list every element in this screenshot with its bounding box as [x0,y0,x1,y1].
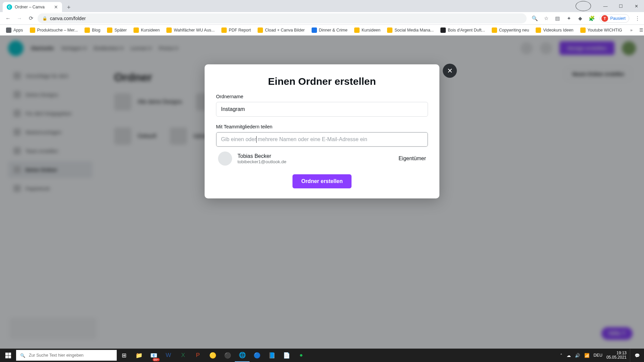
app-icon[interactable]: 📘 [264,349,279,362]
member-role: Eigentümer [398,156,426,162]
task-view-icon[interactable]: ⊞ [117,349,131,362]
bookmark-item[interactable]: Kursideen [131,26,162,34]
browser-tab[interactable]: C Ordner – Canva ✕ [3,2,62,12]
modal-title: Einen Ordner erstellen [216,76,428,87]
new-tab-button[interactable]: + [64,3,73,12]
bookmark-item[interactable]: Copywriting neu [489,26,532,34]
member-email: tobibecker1@outlook.de [237,159,286,164]
volume-icon[interactable]: 🔊 [575,353,580,358]
close-tab-icon[interactable]: ✕ [54,4,58,10]
lock-icon: 🔒 [42,16,47,21]
windows-logo-icon [5,353,11,358]
profile-status: Pausiert [610,16,626,21]
bookmark-item[interactable]: Produktsuche – Mer... [27,26,81,34]
bookmark-item[interactable]: Blog [82,26,103,34]
clock[interactable]: 19:13 05.05.2021 [606,351,627,360]
chrome-toolbar: ← → ⟳ 🔒 canva.com/folder 🔍 ☆ ▤ ✦ ◆ 🧩 T P… [0,12,644,25]
system-tray[interactable]: ˄ ☁ 🔊 📶 DEU 19:13 05.05.2021 [557,351,630,360]
create-folder-modal: ✕ Einen Ordner erstellen Ordnername Mit … [205,64,439,198]
account-indicator-icon[interactable] [576,1,591,11]
member-avatar-icon [218,152,232,166]
taskbar-search[interactable]: 🔍 Zur Suche Text hier eingeben [16,350,117,361]
bookmark-item[interactable]: Videokurs Ideen [533,26,576,34]
start-button[interactable] [0,349,16,362]
chrome-menu-icon[interactable]: ⋮ [634,15,641,22]
extensions-menu-icon[interactable]: 🧩 [588,15,595,22]
excel-icon[interactable]: X [176,349,191,362]
word-icon[interactable]: W [161,349,176,362]
bookmark-item[interactable]: Bois d'Argent Duft... [438,26,488,34]
close-window-button[interactable]: ✕ [629,1,644,11]
onedrive-icon[interactable]: ☁ [567,353,571,358]
address-bar[interactable]: 🔒 canva.com/folder [38,13,527,23]
search-icon: 🔍 [20,353,25,358]
create-folder-submit-button[interactable]: Ordner erstellen [292,174,352,188]
bookmark-item[interactable]: Dinner & Crime [309,26,350,34]
bookmark-item[interactable]: Social Media Mana... [384,26,436,34]
tray-chevron-icon[interactable]: ˄ [560,353,562,358]
back-button[interactable]: ← [3,14,13,23]
share-members-input[interactable] [216,132,428,147]
reading-list-button[interactable]: ☰Leseliste [637,26,644,34]
reload-button[interactable]: ⟳ [26,14,36,23]
bookmarks-overflow[interactable]: » [628,26,635,34]
bookmarks-bar: Apps Produktsuche – Mer... Blog Später K… [0,25,644,36]
minimize-button[interactable]: — [598,1,613,11]
chrome-icon[interactable]: 🌐 [235,349,250,362]
zoom-icon[interactable]: 🔍 [531,15,538,22]
file-explorer-icon[interactable]: 📁 [131,349,146,362]
window-controls: — ☐ ✕ [576,0,644,12]
spotify-icon[interactable]: ● [294,349,309,362]
app-icon[interactable]: 🟡 [205,349,220,362]
windows-taskbar: 🔍 Zur Suche Text hier eingeben ⊞ 📁 📧99+ … [0,349,644,362]
folder-name-label: Ordnername [216,94,428,99]
search-placeholder: Zur Suche Text hier eingeben [29,353,84,358]
extension-icon[interactable]: ◆ [577,15,584,22]
obs-icon[interactable]: ⚫ [220,349,235,362]
modal-overlay: ✕ Einen Ordner erstellen Ordnername Mit … [0,36,644,349]
bookmark-item[interactable]: Cload + Canva Bilder [255,26,307,34]
bookmark-item[interactable]: PDF Report [219,26,254,34]
text-cursor-icon [256,136,257,143]
canva-favicon: C [7,4,12,10]
close-modal-button[interactable]: ✕ [443,64,457,78]
tab-title: Ordner – Canva [15,5,45,9]
language-indicator[interactable]: DEU [594,353,602,358]
member-name: Tobias Becker [237,153,286,159]
maximize-button[interactable]: ☐ [613,1,629,11]
owner-row: Tobias Becker tobibecker1@outlook.de Eig… [216,147,428,167]
bookmark-item[interactable]: Youtube WICHTIG [578,26,625,34]
action-center-icon[interactable]: 💬 [630,349,644,362]
edge-icon[interactable]: 🔵 [250,349,264,362]
powerpoint-icon[interactable]: P [191,349,205,362]
bookmark-star-icon[interactable]: ☆ [543,15,549,22]
bookmark-item[interactable]: Kursideen [352,26,383,34]
profile-avatar-icon: T [601,15,608,22]
forward-button[interactable]: → [15,14,24,23]
mail-icon[interactable]: 📧99+ [146,349,161,362]
bookmark-item[interactable]: Wahlfächer WU Aus... [164,26,217,34]
apps-shortcut[interactable]: Apps [3,26,26,34]
notepad-icon[interactable]: 📄 [279,349,294,362]
share-label: Mit Teammitgliedern teilen [216,124,428,129]
extension-icon[interactable]: ✦ [566,15,572,22]
url-text: canva.com/folder [50,16,86,21]
wifi-icon[interactable]: 📶 [584,353,590,358]
bookmark-item[interactable]: Später [104,26,129,34]
extension-icon[interactable]: ▤ [554,15,561,22]
chrome-tab-strip: C Ordner – Canva ✕ + — ☐ ✕ [0,0,644,12]
profile-button[interactable]: T Pausiert [600,14,629,23]
folder-name-input[interactable] [216,102,428,117]
